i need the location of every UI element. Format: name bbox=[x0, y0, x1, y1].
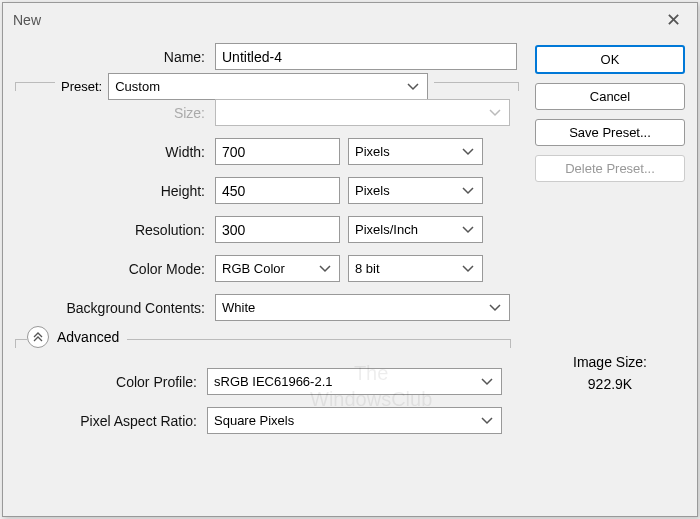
bgcontents-label: Background Contents: bbox=[15, 300, 215, 316]
advanced-label: Advanced bbox=[57, 329, 119, 345]
image-size-label: Image Size: bbox=[535, 351, 685, 373]
chevron-down-icon bbox=[489, 109, 501, 117]
chevron-down-icon bbox=[481, 417, 493, 425]
chevron-down-icon bbox=[489, 304, 501, 312]
colorprofile-value: sRGB IEC61966-2.1 bbox=[214, 374, 333, 389]
colordepth-select[interactable]: 8 bit bbox=[348, 255, 483, 282]
double-chevron-up-icon bbox=[33, 329, 43, 345]
preset-label: Preset: bbox=[61, 79, 102, 94]
chevron-down-icon bbox=[462, 265, 474, 273]
height-unit-select[interactable]: Pixels bbox=[348, 177, 483, 204]
chevron-down-icon bbox=[462, 148, 474, 156]
name-label: Name: bbox=[15, 49, 215, 65]
close-icon[interactable]: ✕ bbox=[660, 9, 687, 31]
colormode-select[interactable]: RGB Color bbox=[215, 255, 340, 282]
height-unit-value: Pixels bbox=[355, 183, 390, 198]
chevron-down-icon bbox=[481, 378, 493, 386]
new-document-dialog: New ✕ Name: Preset: Custom Size: bbox=[2, 2, 698, 517]
titlebar: New ✕ bbox=[3, 3, 697, 35]
width-unit-value: Pixels bbox=[355, 144, 390, 159]
resolution-label: Resolution: bbox=[15, 222, 215, 238]
preset-select[interactable]: Custom bbox=[108, 73, 428, 100]
save-preset-button[interactable]: Save Preset... bbox=[535, 119, 685, 146]
width-input[interactable] bbox=[215, 138, 340, 165]
colormode-value: RGB Color bbox=[222, 261, 285, 276]
ok-button[interactable]: OK bbox=[535, 45, 685, 74]
colordepth-value: 8 bit bbox=[355, 261, 380, 276]
height-label: Height: bbox=[15, 183, 215, 199]
image-size-value: 922.9K bbox=[535, 373, 685, 395]
image-size-readout: Image Size: 922.9K bbox=[535, 351, 685, 396]
advanced-toggle[interactable] bbox=[27, 326, 49, 348]
name-input[interactable] bbox=[215, 43, 517, 70]
pixelaspect-value: Square Pixels bbox=[214, 413, 294, 428]
bgcontents-select[interactable]: White bbox=[215, 294, 510, 321]
dialog-title: New bbox=[13, 12, 41, 28]
preset-fieldset: Preset: Custom Size: bbox=[15, 82, 519, 448]
resolution-input[interactable] bbox=[215, 216, 340, 243]
width-label: Width: bbox=[15, 144, 215, 160]
pixelaspect-label: Pixel Aspect Ratio: bbox=[15, 413, 207, 429]
advanced-fieldset: Advanced Color Profile: sRGB IEC61966-2.… bbox=[15, 339, 511, 442]
pixelaspect-select[interactable]: Square Pixels bbox=[207, 407, 502, 434]
chevron-down-icon bbox=[319, 265, 331, 273]
preset-value: Custom bbox=[115, 79, 160, 94]
resolution-unit-value: Pixels/Inch bbox=[355, 222, 418, 237]
height-input[interactable] bbox=[215, 177, 340, 204]
resolution-unit-select[interactable]: Pixels/Inch bbox=[348, 216, 483, 243]
size-select bbox=[215, 99, 510, 126]
width-unit-select[interactable]: Pixels bbox=[348, 138, 483, 165]
cancel-button[interactable]: Cancel bbox=[535, 83, 685, 110]
colorprofile-label: Color Profile: bbox=[15, 374, 207, 390]
chevron-down-icon bbox=[462, 226, 474, 234]
colormode-label: Color Mode: bbox=[15, 261, 215, 277]
delete-preset-button: Delete Preset... bbox=[535, 155, 685, 182]
chevron-down-icon bbox=[462, 187, 474, 195]
bgcontents-value: White bbox=[222, 300, 255, 315]
colorprofile-select[interactable]: sRGB IEC61966-2.1 bbox=[207, 368, 502, 395]
size-label: Size: bbox=[15, 105, 215, 121]
chevron-down-icon bbox=[407, 83, 419, 91]
